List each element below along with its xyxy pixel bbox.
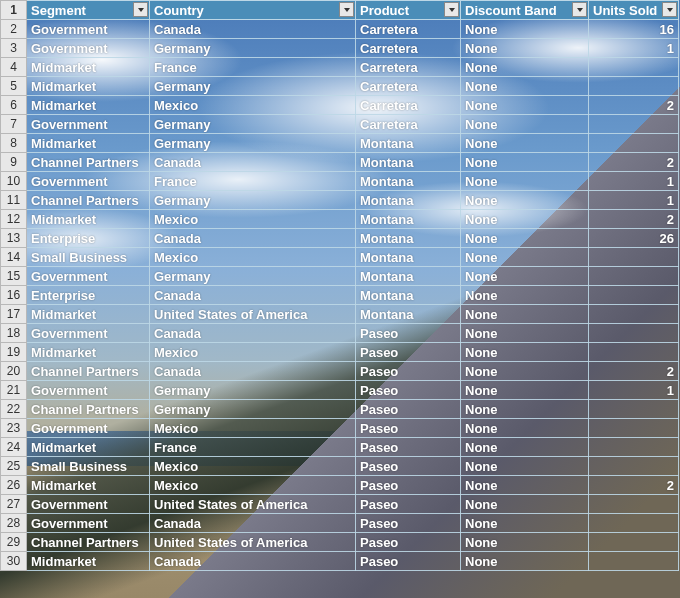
cell-disc[interactable]: None (461, 267, 589, 286)
cell-disc[interactable]: None (461, 96, 589, 115)
cell-product[interactable]: Carretera (356, 39, 461, 58)
cell-product[interactable]: Montana (356, 153, 461, 172)
row-header[interactable]: 19 (1, 343, 27, 362)
cell-country[interactable]: Germany (150, 267, 356, 286)
cell-disc[interactable]: None (461, 115, 589, 134)
cell-product[interactable]: Paseo (356, 343, 461, 362)
cell-units[interactable] (589, 134, 679, 153)
cell-segment[interactable]: Enterprise (27, 229, 150, 248)
cell-units[interactable] (589, 533, 679, 552)
cell-segment[interactable]: Channel Partners (27, 400, 150, 419)
cell-units[interactable]: 1 (589, 191, 679, 210)
cell-country[interactable]: Canada (150, 20, 356, 39)
cell-units[interactable] (589, 58, 679, 77)
cell-product[interactable]: Paseo (356, 552, 461, 571)
cell-country[interactable]: Canada (150, 153, 356, 172)
cell-units[interactable]: 26 (589, 229, 679, 248)
row-header[interactable]: 29 (1, 533, 27, 552)
cell-segment[interactable]: Government (27, 324, 150, 343)
cell-segment[interactable]: Midmarket (27, 77, 150, 96)
cell-segment[interactable]: Government (27, 495, 150, 514)
cell-units[interactable]: 1 (589, 39, 679, 58)
row-header[interactable]: 6 (1, 96, 27, 115)
row-header[interactable]: 28 (1, 514, 27, 533)
cell-country[interactable]: Mexico (150, 248, 356, 267)
cell-disc[interactable]: None (461, 457, 589, 476)
cell-units[interactable]: 1 (589, 172, 679, 191)
cell-product[interactable]: Paseo (356, 457, 461, 476)
cell-product[interactable]: Paseo (356, 514, 461, 533)
cell-product[interactable]: Paseo (356, 476, 461, 495)
cell-product[interactable]: Paseo (356, 362, 461, 381)
cell-product[interactable]: Montana (356, 172, 461, 191)
cell-product[interactable]: Carretera (356, 77, 461, 96)
cell-disc[interactable]: None (461, 248, 589, 267)
cell-country[interactable]: France (150, 172, 356, 191)
row-header[interactable]: 11 (1, 191, 27, 210)
row-header[interactable]: 17 (1, 305, 27, 324)
cell-segment[interactable]: Government (27, 381, 150, 400)
cell-segment[interactable]: Government (27, 514, 150, 533)
cell-units[interactable] (589, 343, 679, 362)
cell-segment[interactable]: Government (27, 172, 150, 191)
cell-units[interactable]: 2 (589, 210, 679, 229)
cell-segment[interactable]: Small Business (27, 457, 150, 476)
cell-country[interactable]: Canada (150, 229, 356, 248)
cell-segment[interactable]: Enterprise (27, 286, 150, 305)
col-header-discount-band[interactable]: Discount Band (461, 1, 589, 20)
cell-disc[interactable]: None (461, 172, 589, 191)
row-header[interactable]: 27 (1, 495, 27, 514)
cell-disc[interactable]: None (461, 476, 589, 495)
col-header-segment[interactable]: Segment (27, 1, 150, 20)
row-header[interactable]: 8 (1, 134, 27, 153)
cell-country[interactable]: Germany (150, 77, 356, 96)
cell-segment[interactable]: Government (27, 115, 150, 134)
row-header[interactable]: 30 (1, 552, 27, 571)
row-header[interactable]: 15 (1, 267, 27, 286)
row-header[interactable]: 23 (1, 419, 27, 438)
filter-dropdown-icon[interactable] (572, 2, 587, 17)
cell-country[interactable]: France (150, 58, 356, 77)
cell-disc[interactable]: None (461, 77, 589, 96)
cell-product[interactable]: Paseo (356, 381, 461, 400)
cell-segment[interactable]: Midmarket (27, 305, 150, 324)
cell-disc[interactable]: None (461, 134, 589, 153)
cell-segment[interactable]: Channel Partners (27, 153, 150, 172)
cell-units[interactable] (589, 324, 679, 343)
cell-segment[interactable]: Small Business (27, 248, 150, 267)
row-header[interactable]: 7 (1, 115, 27, 134)
cell-units[interactable]: 2 (589, 96, 679, 115)
row-header[interactable]: 22 (1, 400, 27, 419)
col-header-product[interactable]: Product (356, 1, 461, 20)
cell-segment[interactable]: Government (27, 419, 150, 438)
cell-product[interactable]: Paseo (356, 495, 461, 514)
cell-disc[interactable]: None (461, 438, 589, 457)
row-header[interactable]: 20 (1, 362, 27, 381)
row-header[interactable]: 5 (1, 77, 27, 96)
cell-product[interactable]: Montana (356, 229, 461, 248)
cell-country[interactable]: Mexico (150, 419, 356, 438)
cell-disc[interactable]: None (461, 533, 589, 552)
cell-disc[interactable]: None (461, 191, 589, 210)
cell-units[interactable] (589, 267, 679, 286)
cell-units[interactable]: 16 (589, 20, 679, 39)
row-header[interactable]: 21 (1, 381, 27, 400)
cell-units[interactable] (589, 552, 679, 571)
cell-country[interactable]: Canada (150, 552, 356, 571)
cell-disc[interactable]: None (461, 153, 589, 172)
row-header[interactable]: 2 (1, 20, 27, 39)
cell-units[interactable]: 2 (589, 476, 679, 495)
cell-segment[interactable]: Government (27, 20, 150, 39)
row-header-1[interactable]: 1 (1, 1, 27, 20)
cell-segment[interactable]: Government (27, 39, 150, 58)
cell-disc[interactable]: None (461, 324, 589, 343)
cell-segment[interactable]: Channel Partners (27, 362, 150, 381)
row-header[interactable]: 12 (1, 210, 27, 229)
cell-product[interactable]: Montana (356, 286, 461, 305)
row-header[interactable]: 9 (1, 153, 27, 172)
cell-product[interactable]: Paseo (356, 419, 461, 438)
col-header-units-sold[interactable]: Units Sold (589, 1, 679, 20)
cell-country[interactable]: United States of America (150, 305, 356, 324)
cell-country[interactable]: United States of America (150, 495, 356, 514)
cell-units[interactable]: 2 (589, 153, 679, 172)
